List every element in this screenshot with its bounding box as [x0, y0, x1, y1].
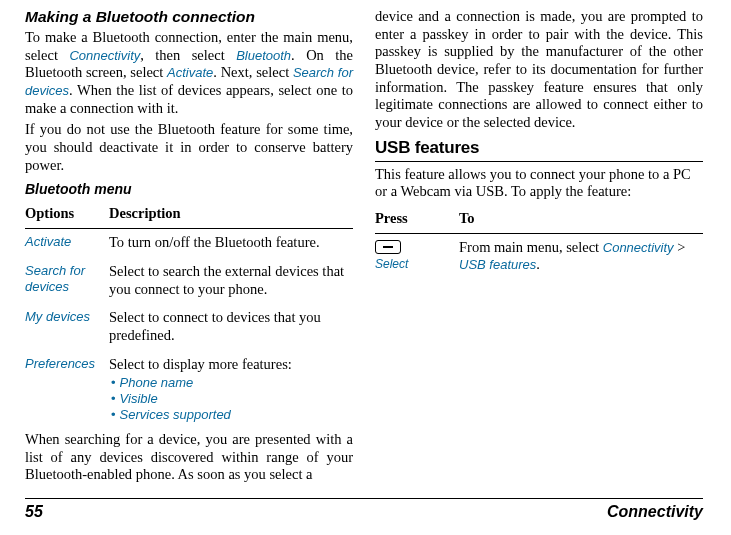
text: . Next, select [213, 64, 293, 80]
ui-term-connectivity: Connectivity [603, 240, 674, 255]
paragraph: When searching for a device, you are pre… [25, 431, 353, 484]
ui-term-activate: Activate [167, 65, 213, 80]
press-cell: Select [375, 239, 459, 272]
table-row: Preferences Select to display more featu… [25, 351, 353, 425]
subheading-bluetooth-menu: Bluetooth menu [25, 181, 353, 198]
table-row: Search for devices Select to search the … [25, 258, 353, 304]
option-preferences: Preferences [25, 356, 109, 372]
ui-term-connectivity: Connectivity [69, 48, 140, 63]
page-number: 55 [25, 503, 43, 521]
table-row: Select From main menu, select Connectivi… [375, 234, 703, 279]
left-column: Making a Bluetooth connection To make a … [25, 8, 353, 488]
right-column: device and a connection is made, you are… [375, 8, 703, 488]
text: From main menu, select [459, 239, 603, 255]
page-content: Making a Bluetooth connection To make a … [0, 0, 731, 488]
paragraph: device and a connection is made, you are… [375, 8, 703, 132]
to-cell: From main menu, select Connectivity > US… [459, 239, 703, 274]
option-search-for-devices: Search for devices [25, 263, 109, 295]
table-row: My devices Select to connect to devices … [25, 304, 353, 350]
option-description: To turn on/off the Bluetooth feature. [109, 234, 353, 252]
col-header-press: Press [375, 210, 459, 228]
table-header-row: Press To [375, 205, 703, 234]
softkey-label: Select [375, 257, 459, 272]
option-my-devices: My devices [25, 309, 109, 325]
page-footer: 55 Connectivity [25, 498, 703, 521]
section-heading: Making a Bluetooth connection [25, 8, 353, 27]
list-item: •Services supported [109, 407, 353, 423]
table-row: Activate To turn on/off the Bluetooth fe… [25, 229, 353, 258]
list-item: •Visible [109, 391, 353, 407]
option-description: Select to search the external devices th… [109, 263, 353, 298]
col-header-options: Options [25, 205, 109, 223]
paragraph: This feature allows you to connect your … [375, 166, 703, 201]
text: > [674, 239, 686, 255]
option-description: Select to connect to devices that you pr… [109, 309, 353, 344]
pref-item: Visible [120, 391, 158, 406]
bullet-icon: • [109, 407, 120, 422]
ui-term-bluetooth: Bluetooth [236, 48, 291, 63]
paragraph: To make a Bluetooth connection, enter th… [25, 29, 353, 117]
pref-item: Services supported [120, 407, 231, 422]
text: Select to display more features: [109, 356, 292, 372]
section-heading-usb: USB features [375, 138, 703, 162]
option-description: Select to display more features: •Phone … [109, 356, 353, 423]
footer-section-title: Connectivity [607, 503, 703, 521]
table-header-row: Options Description [25, 202, 353, 229]
col-header-description: Description [109, 205, 353, 223]
text: . [536, 256, 540, 272]
bullet-icon: • [109, 391, 120, 406]
pref-item: Phone name [120, 375, 194, 390]
ui-term-usb-features: USB features [459, 257, 536, 272]
text: , then select [140, 47, 236, 63]
preferences-list: •Phone name •Visible •Services supported [109, 375, 353, 423]
softkey-icon [375, 240, 401, 254]
col-header-to: To [459, 210, 703, 228]
text: . When the list of devices appears, sele… [25, 82, 353, 116]
bullet-icon: • [109, 375, 120, 390]
list-item: •Phone name [109, 375, 353, 391]
option-activate: Activate [25, 234, 109, 250]
paragraph: If you do not use the Bluetooth feature … [25, 121, 353, 174]
